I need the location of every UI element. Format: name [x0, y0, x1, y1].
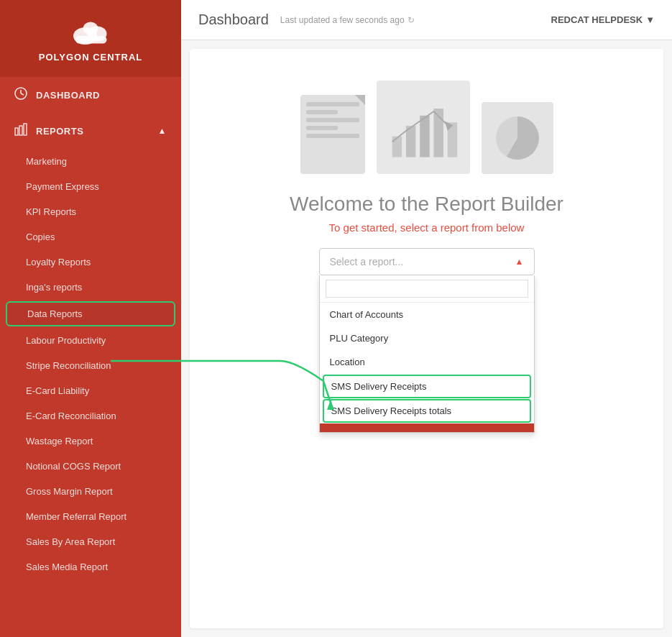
illus-bar-chart: [377, 81, 470, 174]
report-dropdown-panel: Chart of Accounts PLU Category Location …: [319, 275, 535, 433]
svg-rect-10: [24, 124, 27, 135]
sidebar-item-reports[interactable]: REPORTS ▲: [0, 113, 181, 149]
clock-icon: [14, 87, 27, 103]
sidebar-logo-title: POLYGON CENTRAL: [39, 52, 143, 63]
sidebar-item-ingas-reports[interactable]: Inga's reports: [0, 275, 181, 300]
svg-rect-9: [19, 126, 22, 135]
illus-line: [306, 110, 338, 114]
sidebar-item-dashboard[interactable]: DASHBOARD: [0, 77, 181, 113]
refresh-icon[interactable]: ↻: [408, 15, 415, 25]
sidebar-item-marketing[interactable]: Marketing: [0, 149, 181, 174]
reports-expand-arrow: ▲: [158, 126, 167, 136]
sidebar-item-data-reports[interactable]: Data Reports: [6, 301, 175, 326]
select-arrow: ▲: [515, 257, 524, 267]
svg-rect-4: [75, 36, 107, 44]
sidebar-item-copies[interactable]: Copies: [0, 224, 181, 249]
dropdown-list: Chart of Accounts PLU Category Location …: [320, 303, 534, 432]
page-title: Dashboard: [198, 12, 269, 28]
dropdown-item-location[interactable]: Location: [320, 350, 534, 374]
illus-document-left: [300, 95, 365, 174]
report-select-container: Select a report... ▲ Chart of Accounts P…: [319, 248, 535, 275]
content-area: Welcome to the Report Builder To get sta…: [190, 49, 663, 628]
sidebar-logo: POLYGON CENTRAL: [0, 0, 181, 77]
sidebar-item-loyalty-reports[interactable]: Loyalty Reports: [0, 249, 181, 275]
sidebar-item-sales-by-area[interactable]: Sales By Area Report: [0, 529, 181, 554]
dropdown-item-auditing[interactable]: Auditing: [320, 423, 534, 432]
sidebar-item-kpi-reports[interactable]: KPI Reports: [0, 199, 181, 224]
user-menu[interactable]: REDCAT HELPDESK ▼: [551, 14, 655, 25]
dropdown-item-sms-delivery-receipts[interactable]: SMS Delivery Receipts: [323, 375, 531, 398]
sidebar-item-sales-media[interactable]: Sales Media Report: [0, 554, 181, 579]
illus-line: [306, 134, 359, 138]
topbar-left: Dashboard Last updated a few seconds ago…: [198, 12, 415, 28]
svg-rect-11: [392, 137, 401, 157]
svg-rect-8: [15, 128, 18, 135]
dropdown-item-plu-category[interactable]: PLU Category: [320, 326, 534, 350]
svg-line-7: [21, 93, 24, 95]
user-dropdown-arrow: ▼: [645, 14, 655, 25]
illus-pie: [496, 116, 539, 160]
dropdown-item-chart-of-accounts[interactable]: Chart of Accounts: [320, 303, 534, 326]
illus-line: [306, 118, 359, 122]
illus-line: [306, 102, 359, 106]
sidebar: POLYGON CENTRAL DASHBOARD REPORTS ▲ Mark…: [0, 0, 181, 637]
main-panel: Dashboard Last updated a few seconds ago…: [181, 0, 672, 637]
topbar: Dashboard Last updated a few seconds ago…: [181, 0, 672, 40]
report-illustration: [300, 81, 553, 174]
sidebar-item-ecard-reconciliation[interactable]: E-Card Reconciliation: [0, 403, 181, 429]
sidebar-item-dashboard-label: DASHBOARD: [36, 90, 100, 101]
dropdown-search-container: [320, 275, 534, 303]
sidebar-item-notional-cogs[interactable]: Notional COGS Report: [0, 454, 181, 479]
sidebar-item-member-referral[interactable]: Member Referral Report: [0, 504, 181, 529]
last-updated-text: Last updated a few seconds ago ↻: [280, 15, 415, 25]
welcome-title: Welcome to the Report Builder: [290, 193, 563, 216]
dropdown-search-input[interactable]: [326, 280, 528, 298]
cloud-icon: [69, 17, 112, 46]
welcome-subtitle: To get started, select a report from bel…: [329, 221, 525, 234]
illus-line: [306, 126, 338, 130]
illus-pie-chart: [482, 102, 553, 174]
sidebar-item-labour-productivity[interactable]: Labour Productivity: [0, 328, 181, 353]
svg-rect-13: [420, 116, 429, 157]
sidebar-item-reports-label: REPORTS: [36, 126, 83, 137]
sidebar-navigation: DASHBOARD REPORTS ▲ Marketing Payment Ex…: [0, 77, 181, 637]
sidebar-item-stripe-reconciliation[interactable]: Stripe Reconciliation: [0, 353, 181, 378]
sidebar-item-gross-margin[interactable]: Gross Margin Report: [0, 479, 181, 504]
sidebar-item-ecard-liability[interactable]: E-Card Liability: [0, 378, 181, 403]
report-select-button[interactable]: Select a report... ▲: [319, 248, 535, 275]
sidebar-item-wastage-report[interactable]: Wastage Report: [0, 429, 181, 454]
dropdown-item-sms-delivery-receipts-totals[interactable]: SMS Delivery Receipts totals: [323, 399, 531, 423]
sidebar-item-payment-express[interactable]: Payment Express: [0, 174, 181, 199]
select-placeholder: Select a report...: [330, 256, 404, 267]
svg-point-3: [83, 22, 98, 35]
chart-icon: [14, 123, 27, 139]
